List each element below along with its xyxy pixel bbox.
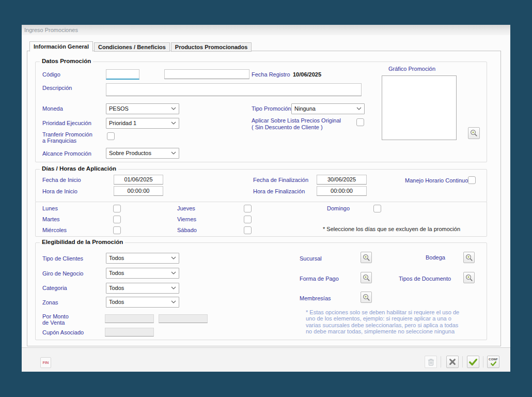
- chevron-down-icon: [356, 107, 362, 110]
- check-icon: [469, 359, 477, 365]
- categoria-selected-value: Todos: [109, 285, 124, 291]
- grafico-promocion-label: Gráfico Promoción: [388, 66, 435, 72]
- tipos-documento-lookup-button[interactable]: [463, 272, 475, 283]
- tab-informacion-general[interactable]: Información General: [29, 41, 93, 52]
- alcance-selected-value: Sobre Productos: [109, 150, 151, 156]
- chevron-down-icon: [171, 300, 176, 303]
- categoria-select[interactable]: Todos: [106, 283, 179, 294]
- alcance-promocion-label: Alcance Promoción: [42, 150, 91, 157]
- group-elegibilidad-title: Elegibilidad de la Promoción: [40, 239, 125, 245]
- por-monto-max-input[interactable]: [159, 314, 208, 323]
- day-lunes-label: Lunes: [42, 205, 58, 211]
- day-jueves-label: Jueves: [177, 205, 195, 211]
- cancel-button[interactable]: [446, 356, 459, 368]
- fecha-finalizacion-label: Fecha de Finalización: [253, 177, 308, 183]
- delete-button[interactable]: [425, 356, 437, 368]
- day-viernes-checkbox[interactable]: [244, 216, 252, 223]
- conf-button[interactable]: CONF: [487, 356, 499, 368]
- bodega-lookup-button[interactable]: [463, 252, 475, 263]
- fecha-finalizacion-input[interactable]: 30/06/2025: [317, 175, 367, 185]
- cupon-asociado-input[interactable]: [105, 328, 154, 337]
- bottom-toolbar: [22, 347, 510, 372]
- sucursal-label: Sucursal: [300, 255, 322, 262]
- zonas-selected-value: Todos: [109, 299, 124, 305]
- por-monto-label-line1: Por Monto: [42, 313, 69, 319]
- fecha-registro-value: 10/06/2025: [293, 71, 321, 78]
- membresias-lookup-button[interactable]: [361, 292, 372, 303]
- tipo-clientes-select[interactable]: Todos: [106, 253, 179, 264]
- transferir-franquicias-checkbox[interactable]: [107, 132, 115, 140]
- app-window: Ingreso Promociones Información General …: [22, 25, 510, 371]
- toolbar-divider: [462, 356, 463, 368]
- codigo-input[interactable]: [106, 69, 139, 80]
- manejo-horario-continuo-checkbox[interactable]: [468, 176, 476, 184]
- tipo-promocion-label: Tipo Promoción: [252, 105, 291, 112]
- group-dias-horas-title: Días / Horas de Aplicación: [40, 165, 118, 172]
- bodega-label: Bodega: [426, 254, 445, 261]
- chevron-down-icon: [171, 271, 176, 274]
- toolbar-divider: [483, 356, 483, 368]
- day-domingo-label: Domingo: [327, 205, 350, 211]
- tab-productos-promocionados[interactable]: Productos Promocionados: [171, 42, 252, 52]
- magnifier-icon: [465, 254, 473, 262]
- prioridad-ejecucion-select[interactable]: Prioridad 1: [106, 118, 179, 129]
- day-miercoles-label: Miércoles: [42, 227, 67, 233]
- forma-pago-lookup-button[interactable]: [361, 272, 372, 283]
- confirm-button[interactable]: [467, 356, 479, 368]
- day-lunes-checkbox[interactable]: [113, 205, 121, 212]
- day-sabado-checkbox[interactable]: [244, 226, 252, 234]
- conf-button-label: CONF: [489, 358, 498, 361]
- tipo-clientes-selected-value: Todos: [109, 255, 124, 261]
- codigo-label: Código: [42, 71, 60, 78]
- moneda-selected-value: PESOS: [109, 105, 129, 112]
- moneda-select[interactable]: PESOS: [106, 103, 179, 114]
- tipo-promocion-selected-value: Ninguna: [294, 105, 316, 112]
- transferir-label-line1: Tranferir Promoción: [42, 131, 92, 138]
- zonas-select[interactable]: Todos: [106, 297, 179, 308]
- day-martes-checkbox[interactable]: [113, 216, 121, 223]
- tipo-promocion-select[interactable]: Ninguna: [291, 103, 365, 114]
- day-miercoles-checkbox[interactable]: [113, 226, 121, 234]
- hora-inicio-input[interactable]: 00:00:00: [114, 186, 163, 196]
- elegibilidad-note-line2: uno de los elementos, ejemplo: si requie…: [306, 315, 459, 322]
- por-monto-label-line2: de Venta: [42, 319, 65, 326]
- transferir-label-line2: a Franquicias: [42, 138, 76, 144]
- day-jueves-checkbox[interactable]: [244, 205, 252, 212]
- grafico-promocion-imagebox[interactable]: [382, 75, 457, 140]
- giro-negocio-label: Giro de Negocio: [42, 270, 84, 277]
- descripcion-label: Descripción: [42, 85, 72, 91]
- hora-finalizacion-input[interactable]: 00:00:00: [317, 186, 367, 196]
- por-monto-min-input[interactable]: [105, 314, 154, 323]
- aplicar-lista-label-line2: ( Sin Descuento de Cliente ): [252, 124, 323, 130]
- fin-button[interactable]: FIN: [40, 357, 51, 368]
- magnifier-icon: [465, 274, 473, 282]
- magnifier-icon: [363, 294, 370, 301]
- fecha-inicio-input[interactable]: 01/06/2025: [114, 175, 163, 185]
- prioridad-selected-value: Prioridad 1: [109, 120, 136, 126]
- codigo-descripcion-corta-input[interactable]: [164, 69, 249, 79]
- giro-negocio-select[interactable]: Todos: [106, 268, 179, 279]
- tab-condiciones-beneficios[interactable]: Condiciones / Beneficios: [94, 42, 170, 52]
- moneda-label: Moneda: [42, 105, 63, 112]
- giro-negocio-selected-value: Todos: [109, 270, 124, 276]
- sucursal-lookup-button[interactable]: [361, 252, 372, 263]
- toolbar-divider: [441, 356, 441, 368]
- cupon-asociado-label: Cupón Asociado: [42, 329, 84, 335]
- hora-inicio-label: Hora de Inicio: [42, 188, 77, 194]
- elegibilidad-note-line4: no debe marcar todas, simplemente no sel…: [306, 328, 459, 334]
- manejo-horario-continuo-label: Manejo Horario Continuo: [405, 177, 468, 184]
- alcance-promocion-select[interactable]: Sobre Productos: [106, 148, 179, 159]
- elegibilidad-note-line1: * Estas opciones solo se deben habilitar…: [306, 309, 459, 315]
- trash-icon: [427, 358, 435, 366]
- tab-strip: Información General Condiciones / Benefi…: [29, 41, 252, 52]
- day-viernes-label: Viernes: [177, 216, 196, 222]
- screen: Ingreso Promociones Información General …: [0, 0, 532, 397]
- day-domingo-checkbox[interactable]: [373, 205, 381, 212]
- day-martes-label: Martes: [42, 216, 60, 222]
- descripcion-input[interactable]: [106, 83, 362, 96]
- tipo-clientes-label: Tipo de Clientes: [42, 255, 83, 262]
- grafico-zoom-button[interactable]: [468, 127, 480, 139]
- forma-pago-label: Forma de Pago: [300, 276, 339, 282]
- aplicar-lista-checkbox[interactable]: [356, 118, 364, 126]
- membresias-label: Membresías: [300, 295, 331, 301]
